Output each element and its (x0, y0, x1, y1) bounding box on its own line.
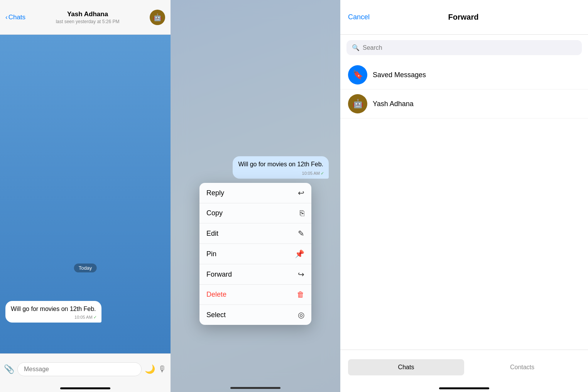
menu-item-copy[interactable]: Copy ⎘ (199, 203, 311, 223)
saved-messages-name: Saved Messages (373, 71, 426, 79)
context-read-check: ✓ (321, 171, 324, 176)
yash-avatar: 🤖 (348, 94, 367, 113)
select-icon: ◎ (298, 310, 304, 319)
forward-footer: Chats Contacts (340, 350, 588, 384)
forward-item-saved-messages[interactable]: 🔖 Saved Messages (340, 61, 588, 90)
avatar-emoji: 🤖 (153, 13, 162, 22)
message-time: 10:05 AM (74, 314, 92, 320)
delete-icon: 🗑 (297, 290, 304, 299)
pin-label: Pin (206, 250, 216, 258)
tab-chats[interactable]: Chats (348, 359, 464, 375)
message-bubble[interactable]: Will go for movies on 12th Feb. 10:05 AM… (5, 301, 101, 323)
edit-label: Edit (206, 230, 218, 238)
tab-contacts[interactable]: Contacts (464, 359, 580, 375)
context-message-bubble: Will go for movies on 12th Feb. 10:05 AM… (233, 156, 329, 179)
context-home-bar (230, 387, 280, 389)
edit-icon: ✎ (298, 229, 304, 238)
search-bar: 🔍 (346, 40, 582, 55)
back-button[interactable]: ‹ Chats (5, 14, 25, 21)
menu-item-select[interactable]: Select ◎ (199, 305, 311, 325)
date-separator: Today (74, 264, 97, 272)
context-message-meta: 10:05 AM ✓ (302, 171, 324, 176)
copy-icon: ⎘ (300, 209, 304, 218)
menu-item-forward[interactable]: Forward ↪ (199, 264, 311, 285)
yash-avatar-emoji: 🤖 (353, 99, 363, 109)
reply-label: Reply (206, 189, 224, 197)
forward-panel: Cancel Forward 🔍 🔖 Saved Messages 🤖 Yash… (340, 0, 588, 392)
context-message-time: 10:05 AM (302, 171, 320, 176)
forward-label: Forward (206, 270, 232, 279)
menu-item-reply[interactable]: Reply ↩ (199, 183, 311, 203)
search-icon: 🔍 (352, 44, 360, 51)
yash-name: Yash Adhana (373, 100, 414, 108)
message-input[interactable] (17, 362, 142, 376)
forward-title: Forward (448, 13, 479, 22)
menu-item-pin[interactable]: Pin 📌 (199, 244, 311, 264)
forward-home-bar (439, 387, 489, 389)
bookmark-icon: 🔖 (353, 70, 363, 80)
pin-icon: 📌 (295, 249, 304, 259)
contact-status: last seen yesterday at 5:26 PM (29, 19, 146, 24)
chats-tab-label: Chats (398, 364, 414, 370)
date-pill-text: Today (74, 264, 97, 272)
sticker-icon[interactable]: 🌙 (145, 364, 155, 374)
attachment-icon[interactable]: 📎 (4, 364, 14, 374)
cancel-button[interactable]: Cancel (348, 13, 370, 21)
copy-label: Copy (206, 209, 223, 217)
forward-contact-list: 🔖 Saved Messages 🤖 Yash Adhana (340, 61, 588, 350)
mic-icon[interactable]: 🎙 (158, 364, 167, 374)
delete-label: Delete (206, 291, 226, 299)
reply-icon: ↩ (298, 188, 304, 198)
chevron-left-icon: ‹ (5, 14, 8, 21)
context-menu: Reply ↩ Copy ⎘ Edit ✎ Pin 📌 Forward ↪ De… (199, 183, 311, 325)
forward-header: Cancel Forward (340, 0, 588, 35)
chat-header: ‹ Chats Yash Adhana last seen yesterday … (0, 0, 171, 35)
message-meta: 10:05 AM ✓ (74, 314, 96, 320)
message-text: Will go for movies on 12th Feb. (11, 306, 96, 312)
home-indicator (0, 384, 171, 392)
forward-item-yash[interactable]: 🤖 Yash Adhana (340, 90, 588, 118)
contact-info: Yash Adhana last seen yesterday at 5:26 … (29, 10, 146, 24)
read-check: ✓ (93, 314, 97, 320)
context-message-text: Will go for movies on 12th Feb. (238, 161, 323, 167)
chat-input-bar: 📎 🌙 🎙 (0, 353, 171, 384)
forward-home-indicator (340, 384, 588, 392)
contact-name: Yash Adhana (29, 10, 146, 18)
search-input[interactable] (363, 44, 576, 51)
select-label: Select (206, 311, 226, 319)
chat-panel: ‹ Chats Yash Adhana last seen yesterday … (0, 0, 171, 392)
saved-messages-avatar: 🔖 (348, 65, 367, 84)
menu-item-edit[interactable]: Edit ✎ (199, 223, 311, 244)
contact-avatar[interactable]: 🤖 (150, 10, 165, 25)
menu-item-delete[interactable]: Delete 🗑 (199, 285, 311, 305)
chats-back-label[interactable]: Chats (8, 14, 25, 21)
home-bar (60, 387, 110, 389)
context-panel: Will go for movies on 12th Feb. 10:05 AM… (171, 0, 340, 392)
contacts-tab-label: Contacts (510, 364, 534, 370)
forward-icon: ↪ (298, 270, 304, 279)
chat-body: Today Will go for movies on 12th Feb. 10… (0, 35, 171, 353)
